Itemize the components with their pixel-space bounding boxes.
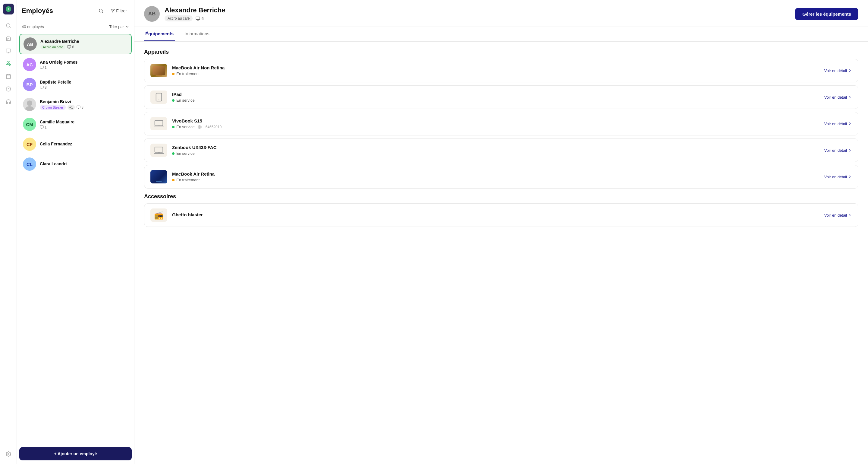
device-count: 6 — [67, 45, 74, 49]
device-count: 3 — [76, 105, 84, 110]
user-tag-badge: Accro au café — [164, 16, 193, 22]
device-card[interactable]: Zenbook UX433-FAC En service Voir en dét… — [144, 139, 858, 162]
voir-detail-button[interactable]: Voir en détail — [824, 122, 852, 126]
device-name: MacBook Air Retina — [172, 171, 824, 176]
main-header: AB Alexandre Berriche Accro au café 6 Gé… — [134, 0, 868, 27]
device-image — [150, 170, 167, 183]
employee-item[interactable]: AC Ana Ordeig Pomes 1 — [19, 55, 132, 74]
svg-marker-16 — [111, 9, 115, 13]
svg-rect-28 — [77, 106, 80, 108]
status-dot — [172, 152, 175, 155]
device-info: MacBook Air Retina En traitement — [172, 171, 824, 182]
device-count: 1 — [40, 125, 47, 129]
settings-nav-icon[interactable] — [3, 448, 14, 460]
svg-rect-45 — [201, 126, 202, 127]
avatar: CL — [23, 157, 36, 171]
employee-name: Ana Ordeig Pomes — [40, 60, 128, 64]
svg-rect-23 — [40, 86, 43, 88]
svg-point-15 — [99, 9, 102, 12]
avatar: AC — [23, 58, 36, 71]
voir-detail-button[interactable]: Voir en détail — [824, 213, 852, 218]
employee-badge: Crown Stealer — [40, 105, 66, 110]
employee-item[interactable]: BP Baptiste Petelle 3 — [19, 75, 132, 94]
svg-point-26 — [27, 100, 32, 106]
device-count: 3 — [40, 85, 47, 90]
content-area: Appareils MacBook Air Non Retina En trai… — [134, 41, 868, 464]
icon-sidebar: f — [0, 0, 17, 464]
device-info: MacBook Air Non Retina En traitement — [172, 65, 824, 76]
panel-title: Employés — [22, 7, 53, 15]
employee-name: Alexandre Berriche — [40, 39, 127, 44]
voir-detail-button[interactable]: Voir en détail — [824, 175, 852, 179]
svg-rect-44 — [201, 125, 201, 128]
voir-detail-button[interactable]: Voir en détail — [824, 95, 852, 99]
device-info: Zenbook UX433-FAC En service — [172, 145, 824, 156]
voir-detail-button[interactable]: Voir en détail — [824, 68, 852, 73]
employee-badge: Accro au café — [40, 45, 65, 50]
add-employee-button[interactable]: + Ajouter un employé — [19, 447, 132, 460]
avatar: BP — [23, 78, 36, 91]
svg-rect-34 — [196, 17, 200, 19]
device-card[interactable]: 📻 Ghetto blaster Voir en détail — [144, 203, 858, 227]
headset-nav-icon[interactable] — [3, 96, 14, 107]
search-button[interactable] — [96, 6, 106, 16]
status-dot — [172, 99, 175, 102]
device-count: 1 — [40, 65, 47, 70]
device-name: MacBook Air Non Retina — [172, 65, 824, 70]
device-image — [150, 64, 167, 77]
employees-nav-icon[interactable] — [3, 58, 14, 69]
accessories-title: Accessoires — [144, 193, 858, 200]
device-name: Zenbook UX433-FAC — [172, 145, 824, 150]
device-card[interactable]: VivoBook S15 En service 64652010 Voir en… — [144, 112, 858, 136]
device-name: VivoBook S15 — [172, 118, 824, 123]
manage-button[interactable]: Gérer les équipements — [795, 8, 858, 20]
employee-item[interactable]: Benjamin Brizzi Crown Stealer +1 3 — [19, 95, 132, 114]
device-card[interactable]: MacBook Air Non Retina En traitement Voi… — [144, 59, 858, 82]
panel-actions: Filtrer — [96, 6, 129, 16]
employees-panel: Employés Filtrer 40 employés Trier par A… — [17, 0, 134, 464]
svg-rect-43 — [200, 126, 200, 128]
device-image: 📻 — [150, 208, 167, 222]
svg-rect-40 — [198, 126, 198, 128]
avatar: CF — [23, 138, 36, 151]
sort-button[interactable]: Trier par — [109, 24, 129, 29]
badge-extra: +1 — [67, 105, 75, 110]
voir-detail-button[interactable]: Voir en détail — [824, 148, 852, 153]
status-dot — [172, 73, 175, 75]
search-nav-icon[interactable] — [3, 20, 14, 31]
status-text: En service — [176, 151, 195, 156]
employee-name: Celia Fernandez — [40, 142, 128, 146]
tab-informations[interactable]: Informations — [183, 27, 211, 41]
svg-point-14 — [7, 454, 9, 455]
svg-rect-7 — [6, 75, 10, 79]
status-text: En traitement — [176, 71, 199, 76]
home-nav-icon[interactable] — [3, 33, 14, 44]
svg-rect-31 — [40, 126, 43, 128]
user-device-badge: 6 — [195, 16, 204, 21]
calendar-nav-icon[interactable] — [3, 71, 14, 82]
avatar: CM — [23, 118, 36, 131]
status-text: En service — [176, 98, 195, 103]
device-info: Ghetto blaster — [172, 212, 824, 219]
device-card[interactable]: IPad En service Voir en détail — [144, 85, 858, 109]
device-card[interactable]: MacBook Air Retina En traitement Voir en… — [144, 165, 858, 188]
svg-point-27 — [25, 106, 34, 111]
employee-item[interactable]: AB Alexandre Berriche Accro au café 6 — [19, 34, 132, 54]
employees-list: AB Alexandre Berriche Accro au café 6 AC… — [17, 31, 134, 443]
status-text: En traitement — [176, 178, 199, 182]
device-image — [150, 117, 167, 130]
device-image — [150, 144, 167, 157]
main-avatar: AB — [144, 6, 160, 22]
svg-rect-3 — [6, 49, 10, 52]
device-image — [150, 90, 167, 104]
employee-item[interactable]: CL Clara Leandri — [19, 154, 132, 174]
employee-item[interactable]: CM Camille Maquaire 1 — [19, 115, 132, 134]
alert-nav-icon[interactable] — [3, 84, 14, 94]
device-name: Ghetto blaster — [172, 212, 824, 217]
employee-item[interactable]: CF Celia Fernandez — [19, 135, 132, 154]
tab-equipements[interactable]: Équipements — [144, 27, 175, 41]
tabs: Équipements Informations — [134, 27, 868, 41]
filter-button[interactable]: Filtrer — [108, 7, 129, 14]
panel-header: Employés Filtrer — [17, 0, 134, 22]
devices-nav-icon[interactable] — [3, 46, 14, 56]
